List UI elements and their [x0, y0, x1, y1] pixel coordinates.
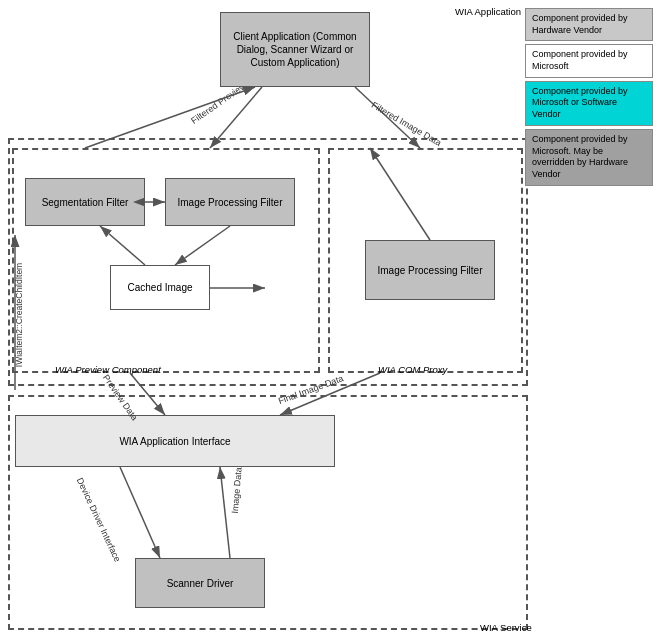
scanner-driver-box: Scanner Driver: [135, 558, 265, 608]
legend-item-hardware-vendor: Component provided by Hardware Vendor: [525, 8, 653, 41]
wia-application-label: WIA Application: [455, 6, 521, 17]
wia-service-label: WIA Service: [480, 622, 532, 633]
legend-item-microsoft-hardware-override: Component provided by Microsoft. May be …: [525, 129, 653, 186]
wia-app-interface-box: WIA Application Interface: [15, 415, 335, 467]
wia-com-proxy-label: WIA COM Proxy: [378, 364, 447, 375]
image-processing-filter-1-box: Image Processing Filter: [165, 178, 295, 226]
legend: Component provided by Hardware Vendor Co…: [525, 8, 653, 189]
legend-item-microsoft: Component provided by Microsoft: [525, 44, 653, 77]
legend-item-microsoft-software-vendor: Component provided by Microsoft or Softw…: [525, 81, 653, 126]
segmentation-filter-box: Segmentation Filter: [25, 178, 145, 226]
image-processing-filter-2-box: Image Processing Filter: [365, 240, 495, 300]
cached-image-box: Cached Image: [110, 265, 210, 310]
client-application-box: Client Application (Common Dialog, Scann…: [220, 12, 370, 87]
diagram-container: WIA Application Client Application (Comm…: [0, 0, 661, 640]
wia-preview-component-label: WIA Preview Component: [55, 364, 161, 375]
